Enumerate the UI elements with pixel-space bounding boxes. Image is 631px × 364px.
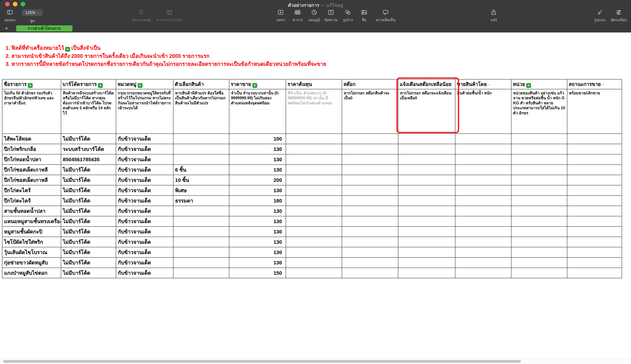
- cell[interactable]: 130: [229, 154, 286, 164]
- cell[interactable]: [342, 185, 398, 196]
- cell[interactable]: กับข้าวจานเด็ด: [116, 226, 173, 237]
- cell[interactable]: [567, 206, 622, 216]
- cell[interactable]: กับข้าวจานเด็ด: [116, 154, 173, 164]
- cell[interactable]: กับข้าวจานเด็ด: [116, 175, 173, 185]
- cell[interactable]: ปีกไก่ตะไคร้: [2, 196, 61, 206]
- cell[interactable]: 130: [229, 164, 286, 175]
- column-description-6[interactable]: ที่จำเป็น. ตัวเลขบวก (0-99999999.99) เท่…: [286, 89, 342, 134]
- cell[interactable]: [398, 164, 455, 175]
- cell[interactable]: กับข้าวจานเด็ด: [116, 216, 173, 226]
- column-description-8[interactable]: หากไม่กรอก สต๊อกจะแจ้งเตือนเมื่อเหลือ0: [398, 89, 455, 134]
- column-header-7[interactable]: สต๊อก: [342, 79, 398, 89]
- zoom-dropdown[interactable]: 125% ⌄: [22, 9, 43, 16]
- cell[interactable]: [455, 258, 511, 268]
- cell[interactable]: [342, 206, 398, 216]
- cell[interactable]: [567, 247, 622, 258]
- cell[interactable]: [398, 247, 455, 258]
- cell[interactable]: [342, 216, 398, 226]
- column-description-1[interactable]: ไม่เกิน 50 ตัวอักษร รองรับตัวอักษรจีน/ตั…: [2, 89, 61, 134]
- cell[interactable]: ไม่มีบาร์โค้ด: [61, 268, 116, 278]
- cell[interactable]: ไม่มีบาร์โค้ด: [61, 164, 116, 175]
- cell[interactable]: [286, 268, 342, 278]
- cell[interactable]: [342, 196, 398, 206]
- cell[interactable]: [567, 175, 622, 185]
- cell[interactable]: กับข้าวจานเด็ด: [116, 196, 173, 206]
- cell[interactable]: [398, 258, 455, 268]
- cell[interactable]: 8504561785435: [61, 154, 116, 164]
- cell[interactable]: 130: [229, 185, 286, 196]
- cell[interactable]: กับข้าวจานเด็ด: [116, 237, 173, 247]
- cell[interactable]: [342, 144, 398, 154]
- scrollbar-thumb[interactable]: [3, 360, 521, 363]
- cell[interactable]: [286, 175, 342, 185]
- cell[interactable]: 130: [229, 247, 286, 258]
- cell[interactable]: [173, 226, 229, 237]
- cell[interactable]: [511, 196, 567, 206]
- cell[interactable]: [455, 134, 511, 144]
- cell[interactable]: [511, 206, 567, 216]
- column-header-4[interactable]: ตัวเลือกสินค้า: [173, 79, 229, 89]
- cell[interactable]: [173, 258, 229, 268]
- cell[interactable]: [567, 185, 622, 196]
- cell[interactable]: ธรรมดา: [173, 196, 229, 206]
- cell[interactable]: ปีกไก่ซอสเผ็ดเกาหลี: [2, 164, 61, 175]
- cell[interactable]: [455, 268, 511, 278]
- cell[interactable]: ไม่มีบาร์โค้ด: [61, 216, 116, 226]
- cell[interactable]: 130: [229, 144, 286, 154]
- cell[interactable]: [511, 175, 567, 185]
- cell[interactable]: กับข้าวจานเด็ด: [116, 164, 173, 175]
- cell[interactable]: [398, 226, 455, 237]
- cell[interactable]: [511, 144, 567, 154]
- cell[interactable]: ไม่มีบาร์โค้ด: [61, 175, 116, 185]
- cell[interactable]: [511, 185, 567, 196]
- cell[interactable]: ปีกไก่ทอดน้ำปลา: [2, 154, 61, 164]
- column-header-6[interactable]: ราคาต้นทุน: [286, 79, 342, 89]
- cell[interactable]: กับข้าวจานเด็ด: [116, 144, 173, 154]
- cell[interactable]: [567, 196, 622, 206]
- cell[interactable]: [455, 237, 511, 247]
- column-description-11[interactable]: พร้อมขาย/เลิกขาย: [567, 89, 622, 134]
- cell[interactable]: กุ่ยช่ายขาวผัดหมูสับ: [2, 258, 61, 268]
- comment-button[interactable]: ความคิดเห็น: [366, 9, 405, 23]
- sheet-tab-active[interactable]: การนำเข้าโครงการ: [16, 25, 73, 32]
- cell[interactable]: ไม่มีบาร์โค้ด: [61, 134, 116, 144]
- cell[interactable]: [567, 226, 622, 237]
- add-sheet-button[interactable]: +: [5, 24, 8, 32]
- cell[interactable]: ไม่มีบาร์โค้ด: [61, 237, 116, 247]
- cell[interactable]: [398, 144, 455, 154]
- cell[interactable]: [286, 216, 342, 226]
- cell[interactable]: ปีกไก่ซอสเผ็ดเกาหลี: [2, 175, 61, 185]
- cell[interactable]: [455, 175, 511, 185]
- cell[interactable]: 6 ชิ้น: [173, 164, 229, 175]
- column-header-10[interactable]: หน่วย✳: [511, 79, 567, 89]
- cell[interactable]: 180: [229, 196, 286, 206]
- cell[interactable]: [286, 247, 342, 258]
- cell[interactable]: [567, 134, 622, 144]
- cell[interactable]: [455, 247, 511, 258]
- cell[interactable]: [511, 247, 567, 258]
- cell[interactable]: แหนมหมูสามชั้นทรงเครื่อง: [2, 216, 61, 226]
- cell[interactable]: ไม่มีบาร์โค้ด: [61, 226, 116, 237]
- column-description-2[interactable]: สินค้าควรมีระบบสร้างบาร์โค้ดหรือไม่มีบาร…: [61, 89, 116, 134]
- cell[interactable]: [342, 134, 398, 144]
- cell[interactable]: [567, 154, 622, 164]
- cell[interactable]: ไม่มีบาร์โค้ด: [61, 247, 116, 258]
- cell[interactable]: [342, 175, 398, 185]
- cell[interactable]: 130: [229, 226, 286, 237]
- cell[interactable]: [567, 144, 622, 154]
- cell[interactable]: [173, 216, 229, 226]
- cell[interactable]: แกงป่าหมูสับไข่ตอก: [2, 268, 61, 278]
- cell[interactable]: [398, 216, 455, 226]
- cell[interactable]: [398, 134, 455, 144]
- cell[interactable]: 130: [229, 206, 286, 216]
- cell[interactable]: [286, 164, 342, 175]
- cell[interactable]: ปีกไก่พริกเกลือ: [2, 144, 61, 154]
- cell[interactable]: กับข้าวจานเด็ด: [116, 247, 173, 258]
- cell[interactable]: [511, 258, 567, 268]
- cell[interactable]: [511, 268, 567, 278]
- cell[interactable]: [286, 237, 342, 247]
- cell[interactable]: กับข้าวจานเด็ด: [116, 185, 173, 196]
- cell[interactable]: [398, 206, 455, 216]
- cell[interactable]: [511, 164, 567, 175]
- cell[interactable]: 10 ชิ้น: [173, 175, 229, 185]
